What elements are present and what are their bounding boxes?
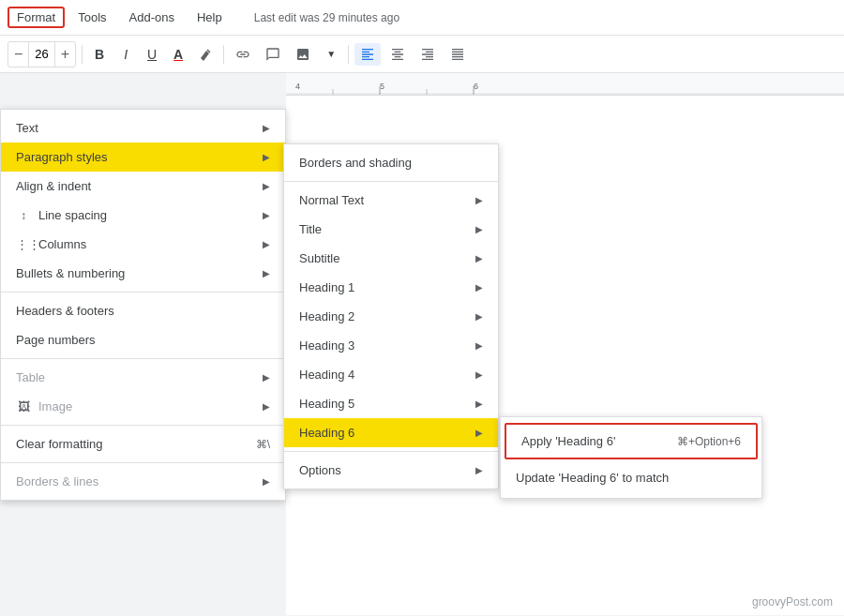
svg-text:4: 4 [295, 82, 300, 91]
link-icon [235, 47, 250, 62]
clear-formatting-shortcut: ⌘\ [256, 438, 270, 451]
heading5-label: Heading 5 [299, 397, 475, 411]
headers-label: Headers & footers [16, 304, 270, 318]
heading6-submenu: Apply 'Heading 6' ⌘+Option+6 Update 'Hea… [500, 416, 762, 499]
subtitle-arrow: ▶ [475, 253, 483, 263]
heading2-item[interactable]: Heading 2 ▶ [284, 302, 498, 331]
borders-lines-label: Borders & lines [16, 474, 255, 488]
apply-heading6-item[interactable]: Apply 'Heading 6' ⌘+Option+6 [505, 423, 758, 459]
update-heading6-label: Update 'Heading 6' to match [516, 471, 746, 485]
normal-text-arrow: ▶ [475, 195, 483, 205]
comment-button[interactable] [260, 43, 286, 66]
menu-item-line-spacing[interactable]: ↕ Line spacing ▶ [1, 201, 285, 230]
highlight-icon [199, 48, 212, 61]
align-indent-label: Align & indent [16, 179, 255, 193]
image-label: Image [38, 399, 255, 413]
heading5-item[interactable]: Heading 5 ▶ [284, 389, 498, 418]
borders-shading-item[interactable]: Borders and shading [284, 148, 498, 177]
menu-item-text-label: Text [16, 121, 255, 135]
table-arrow-icon: ▶ [263, 372, 270, 383]
heading1-arrow: ▶ [475, 282, 483, 293]
paragraph-styles-submenu: Borders and shading Normal Text ▶ Title … [283, 143, 499, 489]
heading4-arrow: ▶ [475, 369, 483, 380]
underline-button[interactable]: U [141, 43, 163, 66]
columns-icon: ⋮⋮ [16, 237, 31, 251]
justify-button[interactable] [445, 43, 471, 66]
menu-item-table[interactable]: Table ▶ [1, 363, 285, 392]
heading3-item[interactable]: Heading 3 ▶ [284, 331, 498, 360]
bullets-label: Bullets & numbering [16, 266, 255, 280]
image-arrow-icon: ▶ [263, 401, 270, 412]
table-label: Table [16, 370, 255, 384]
align-center-button[interactable] [384, 43, 411, 66]
menu-item-image[interactable]: 🖼 Image ▶ [1, 392, 285, 421]
page-numbers-label: Page numbers [16, 333, 270, 347]
heading4-item[interactable]: Heading 4 ▶ [284, 360, 498, 389]
menu-item-text[interactable]: Text ▶ [1, 113, 285, 143]
menu-item-tools[interactable]: Tools [68, 7, 115, 28]
italic-button[interactable]: I [114, 43, 137, 66]
menu-item-format[interactable]: Format [8, 7, 65, 28]
heading2-arrow: ▶ [475, 311, 483, 322]
menu-item-headers[interactable]: Headers & footers [1, 296, 285, 325]
align-arrow-icon: ▶ [263, 181, 270, 191]
apply-heading6-shortcut: ⌘+Option+6 [677, 435, 741, 448]
font-size-increase[interactable]: + [55, 42, 75, 67]
menu-item-align-indent[interactable]: Align & indent ▶ [1, 172, 285, 201]
para-arrow-icon: ▶ [263, 152, 270, 162]
separator-3 [1, 425, 285, 426]
last-edit-text: Last edit was 29 minutes ago [254, 11, 399, 24]
separator-2 [1, 358, 285, 359]
menu-item-clear-formatting[interactable]: Clear formatting ⌘\ [1, 429, 285, 458]
title-item[interactable]: Title ▶ [284, 215, 498, 244]
subtitle-label: Subtitle [299, 251, 475, 265]
justify-icon [450, 47, 465, 62]
link-button[interactable] [230, 43, 256, 66]
separator-1 [1, 292, 285, 293]
format-menu: Text ▶ Paragraph styles ▶ Align & indent… [0, 109, 286, 501]
title-arrow: ▶ [475, 224, 483, 234]
borders-lines-arrow-icon: ▶ [263, 476, 270, 487]
heading6-label: Heading 6 [299, 426, 475, 440]
watermark: groovyPost.com [752, 595, 833, 608]
menu-item-help[interactable]: Help [188, 7, 232, 28]
bold-button[interactable]: B [88, 43, 111, 66]
font-size-control: − 26 + [8, 41, 76, 68]
update-heading6-item[interactable]: Update 'Heading 6' to match [501, 461, 761, 494]
heading3-label: Heading 3 [299, 338, 475, 353]
heading5-arrow: ▶ [475, 398, 483, 409]
image-dropdown[interactable]: ▼ [320, 45, 342, 63]
subtitle-item[interactable]: Subtitle ▶ [284, 244, 498, 273]
options-label: Options [299, 463, 475, 477]
heading6-item[interactable]: Heading 6 ▶ Apply 'Heading 6' ⌘+Option+6… [284, 418, 498, 447]
heading6-arrow: ▶ [475, 428, 483, 438]
align-right-button[interactable] [414, 43, 441, 66]
line-spacing-label: Line spacing [38, 208, 255, 222]
font-size-decrease[interactable]: − [8, 42, 28, 67]
para-separator-2 [284, 451, 498, 452]
highlight-button[interactable] [193, 44, 218, 65]
align-left-button[interactable] [354, 43, 381, 66]
ruler: 4 5 6 [286, 73, 844, 96]
image-icon [295, 47, 310, 62]
menu-item-bullets[interactable]: Bullets & numbering ▶ [1, 259, 285, 288]
normal-text-item[interactable]: Normal Text ▶ [284, 186, 498, 215]
menu-item-page-numbers[interactable]: Page numbers [1, 325, 285, 354]
menu-item-columns[interactable]: ⋮⋮ Columns ▶ [1, 230, 285, 259]
menu-item-paragraph-styles[interactable]: Paragraph styles ▶ [1, 143, 285, 172]
text-color-button[interactable]: A [167, 43, 189, 66]
menu-item-borders-lines[interactable]: Borders & lines ▶ [1, 467, 285, 496]
menu-item-para-label: Paragraph styles [16, 150, 255, 164]
heading2-label: Heading 2 [299, 309, 475, 323]
options-item[interactable]: Options ▶ [284, 456, 498, 485]
svg-text:5: 5 [380, 82, 384, 91]
heading1-item[interactable]: Heading 1 ▶ [284, 273, 498, 302]
svg-rect-0 [286, 73, 844, 95]
align-center-icon [390, 47, 405, 62]
menu-item-addons[interactable]: Add-ons [120, 7, 184, 28]
image-button[interactable] [290, 43, 316, 66]
heading4-label: Heading 4 [299, 368, 475, 382]
apply-heading6-label: Apply 'Heading 6' [521, 434, 658, 448]
line-spacing-icon: ↕ [16, 209, 31, 222]
font-size-value[interactable]: 26 [28, 42, 54, 67]
